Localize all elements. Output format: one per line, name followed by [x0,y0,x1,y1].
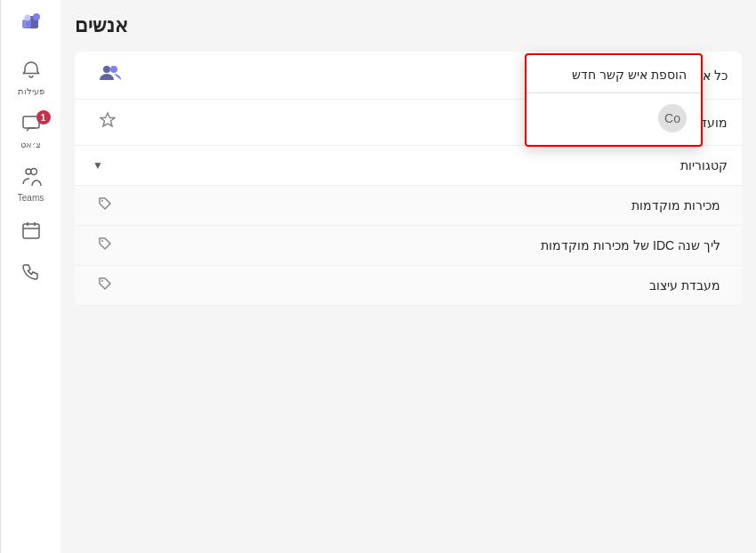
people-icon [100,64,121,86]
chevron-down-icon: ▼ [92,159,103,172]
add-contact-dropdown: הוספת איש קשר חדש Co [525,53,703,147]
panel-title: אנשים [75,14,128,37]
panel-header: אנשים [60,0,756,44]
tag-icon-1 [98,196,112,214]
sidebar: פעילות 1 צ׳אט Teams [0,0,60,553]
calls-icon [21,261,41,285]
sidebar-item-calendar[interactable] [4,213,58,251]
svg-point-11 [101,280,103,282]
advanced-sales-label: מכירות מוקדמות [112,198,720,212]
chat-badge: 1 [36,110,51,124]
categories-item[interactable]: קטגוריות ▼ [75,146,742,186]
teams-icon [20,167,42,190]
svg-rect-6 [23,224,39,238]
svg-point-2 [33,13,40,20]
tag-icon-3 [98,276,112,294]
sidebar-item-calls[interactable] [4,254,58,292]
main-content: הוספת איש קשר חדש Co אנשים כל אנשי הקשר [60,0,756,553]
teams-label: Teams [18,193,44,203]
tag-icon-2 [98,236,112,254]
svg-rect-1 [22,20,31,28]
categories-label: קטגוריות [103,158,728,172]
contact-person-item[interactable]: Co [527,95,701,141]
idc-advanced-sales-label: ליך שנה IDC של מכירות מוקדמות [112,238,720,252]
idc-advanced-sales-item[interactable]: ליך שנה IDC של מכירות מוקדמות [75,226,742,266]
activity-icon [21,60,41,84]
person-initials: Co [664,111,680,125]
svg-point-7 [103,66,110,73]
svg-point-10 [101,240,103,242]
dropdown-divider [527,92,701,93]
add-contact-option[interactable]: הוספת איש קשר חדש [527,59,701,91]
svg-point-3 [24,15,30,21]
sidebar-item-activity[interactable]: פעילות [4,53,58,103]
calendar-icon [21,220,41,244]
sidebar-item-chat[interactable]: 1 צ׳אט [4,107,58,156]
advanced-sales-item[interactable]: מכירות מוקדמות [75,186,742,226]
sidebar-item-teams[interactable]: Teams [4,160,58,210]
activity-label: פעילות [18,86,44,96]
chat-label: צ׳אט [20,140,41,149]
design-lab-item[interactable]: מעבדת עיצוב [75,266,742,306]
star-icon [100,112,116,132]
teams-logo-icon [15,7,47,39]
person-avatar: Co [658,104,687,132]
design-lab-label: מעבדת עיצוב [112,278,720,293]
svg-point-9 [101,200,103,202]
svg-point-8 [110,66,117,73]
